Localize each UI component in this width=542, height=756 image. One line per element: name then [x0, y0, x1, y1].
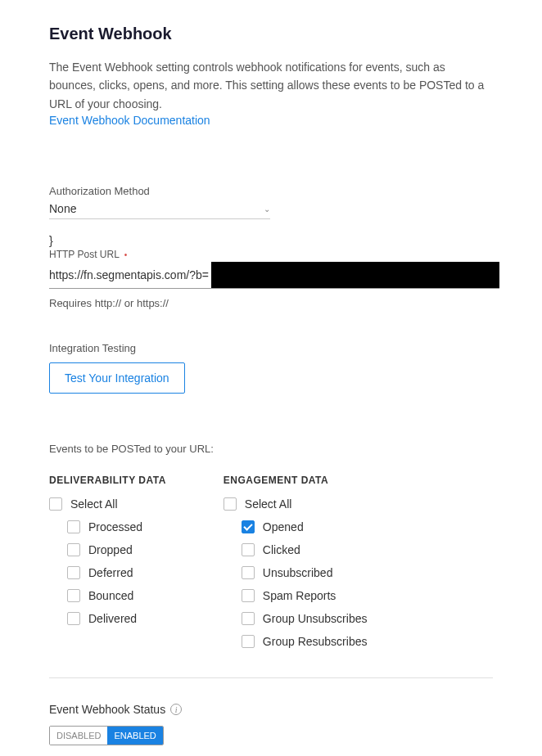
toggle-enabled[interactable]: ENABLED — [107, 727, 162, 745]
required-indicator: • — [124, 250, 128, 259]
deliverability-item-checkbox[interactable] — [67, 612, 80, 625]
deliverability-select-all-label: Select All — [70, 497, 118, 511]
engagement-item-checkbox[interactable] — [242, 612, 255, 625]
page-description: The Event Webhook setting controls webho… — [49, 58, 493, 113]
engagement-item-label: Spam Reports — [263, 589, 336, 602]
toggle-disabled[interactable]: DISABLED — [50, 727, 107, 745]
deliverability-item-label: Delivered — [88, 612, 137, 625]
engagement-item-label: Group Resubscribes — [263, 635, 368, 648]
auth-method-select[interactable]: None ⌄ — [49, 199, 270, 219]
engagement-item-checkbox[interactable] — [242, 520, 255, 533]
http-post-url-label: HTTP Post URL — [49, 249, 120, 260]
engagement-item-checkbox[interactable] — [242, 566, 255, 579]
test-integration-button[interactable]: Test Your Integration — [49, 362, 185, 394]
engagement-item-label: Clicked — [263, 543, 300, 556]
engagement-item-label: Opened — [263, 520, 304, 533]
integration-testing-label: Integration Testing — [49, 342, 493, 354]
deliverability-item-checkbox[interactable] — [67, 543, 80, 556]
deliverability-select-all-checkbox[interactable] — [49, 497, 62, 511]
deliverability-item-label: Bounced — [88, 589, 133, 602]
info-icon[interactable]: i — [170, 704, 182, 715]
deliverability-item-label: Deferred — [88, 566, 133, 579]
engagement-item-label: Unsubscribed — [263, 566, 333, 579]
engagement-header: ENGAGEMENT DATA — [224, 475, 368, 486]
deliverability-item-checkbox[interactable] — [67, 589, 80, 602]
engagement-select-all-label: Select All — [245, 497, 292, 511]
engagement-item-checkbox[interactable] — [242, 635, 255, 648]
doc-link[interactable]: Event Webhook Documentation — [49, 114, 210, 127]
status-toggle[interactable]: DISABLED ENABLED — [49, 726, 164, 745]
deliverability-item-label: Dropped — [88, 543, 133, 556]
redacted-block — [211, 262, 499, 288]
engagement-item-checkbox[interactable] — [242, 543, 255, 556]
divider — [49, 677, 493, 678]
deliverability-item-checkbox[interactable] — [67, 566, 80, 579]
url-helper-text: Requires http:// or https:// — [49, 297, 493, 309]
page-title: Event Webhook — [49, 25, 493, 43]
engagement-item-label: Group Unsubscribes — [263, 612, 368, 625]
deliverability-header: DELIVERABILITY DATA — [49, 475, 166, 486]
http-post-url-input[interactable] — [49, 262, 211, 288]
engagement-column: ENGAGEMENT DATA Select All OpenedClicked… — [224, 475, 368, 658]
auth-method-value: None — [49, 202, 76, 215]
engagement-item-checkbox[interactable] — [242, 589, 255, 602]
auth-method-label: Authorization Method — [49, 185, 493, 197]
deliverability-item-label: Processed — [88, 520, 142, 533]
engagement-select-all-checkbox[interactable] — [224, 497, 237, 511]
webhook-status-label: Event Webhook Status — [49, 703, 165, 716]
events-intro: Events to be POSTed to your URL: — [49, 443, 493, 455]
deliverability-item-checkbox[interactable] — [67, 520, 80, 533]
chevron-down-icon: ⌄ — [264, 205, 270, 214]
deliverability-column: DELIVERABILITY DATA Select All Processed… — [49, 475, 166, 658]
brace-text: } — [49, 234, 493, 247]
